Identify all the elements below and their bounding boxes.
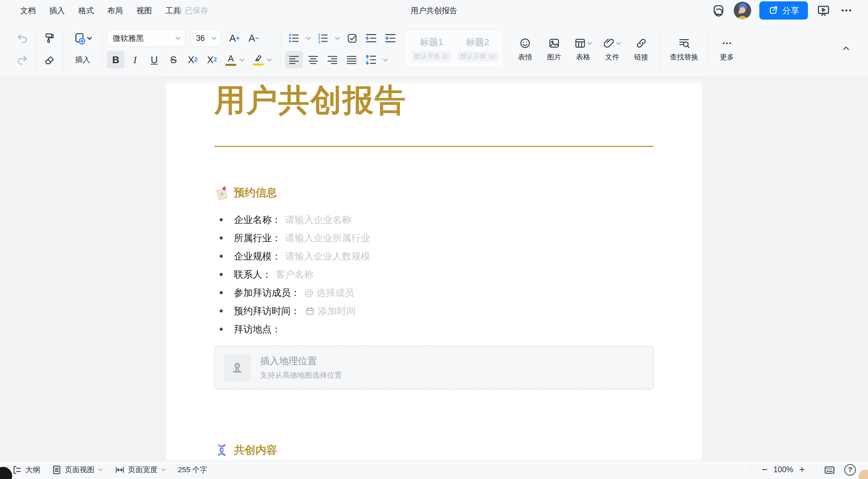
- bullet-list-icon: [288, 32, 300, 45]
- chevron-up-icon: [840, 43, 852, 54]
- style-heading1[interactable]: 标题1 默认字体 20: [411, 36, 452, 62]
- bullet-list-button[interactable]: [285, 29, 303, 47]
- font-family-select[interactable]: 微软雅黑: [107, 29, 185, 47]
- field-visit-members[interactable]: 参加拜访成员： @ 选择成员: [214, 284, 654, 302]
- field-label: 所属行业：: [234, 232, 281, 245]
- insert-label: 插入: [74, 51, 91, 69]
- font-size-select[interactable]: 36: [190, 29, 221, 47]
- help-button[interactable]: ?: [844, 464, 856, 476]
- align-left-button[interactable]: [285, 51, 303, 69]
- field-company-size[interactable]: 企业规模： 请输入企业人数规模: [214, 247, 654, 266]
- location-icon-tile: [224, 354, 251, 381]
- present-icon[interactable]: [816, 3, 831, 18]
- align-left-icon: [288, 54, 300, 66]
- insert-table-button[interactable]: 表格: [569, 36, 598, 62]
- find-replace-icon: [678, 37, 690, 50]
- line-spacing-icon: [364, 53, 377, 66]
- format-painter-button[interactable]: [41, 29, 58, 47]
- align-justify-button[interactable]: [343, 51, 360, 69]
- highlight-color-button[interactable]: [250, 51, 275, 69]
- superscript-button[interactable]: X2: [203, 51, 221, 69]
- menu-document[interactable]: 文档: [18, 4, 38, 17]
- task-list-button[interactable]: [343, 29, 361, 47]
- zoom-in-button[interactable]: +: [794, 465, 810, 475]
- ellipsis-icon: [721, 37, 733, 50]
- field-industry[interactable]: 所属行业： 请输入企业所属行业: [214, 229, 654, 247]
- page-width-select[interactable]: 页面宽度: [115, 465, 166, 475]
- find-replace-button[interactable]: 查找替换: [666, 36, 703, 62]
- version-history-icon[interactable]: [711, 3, 726, 18]
- zoom-out-button[interactable]: −: [757, 465, 772, 475]
- share-button[interactable]: 分享: [759, 1, 808, 20]
- align-center-button[interactable]: [304, 51, 322, 69]
- menu-view[interactable]: 视图: [134, 4, 154, 17]
- field-label: 拜访地点：: [234, 323, 281, 336]
- save-status-label: 已保存: [185, 5, 208, 16]
- page-width-icon: [115, 465, 125, 475]
- document-title[interactable]: 用户共创报告: [214, 84, 654, 117]
- shortcuts-keyboard-icon[interactable]: [823, 464, 836, 476]
- italic-button[interactable]: I: [126, 51, 144, 69]
- field-label: 企业名称：: [234, 213, 281, 226]
- document-page[interactable]: 用户共创报告 预约信息 企业名称： 请输入企业名称: [166, 78, 702, 460]
- menu-bar: 文档 插入 格式 布局 视图 工具 已保存 用户共创报告: [0, 0, 868, 21]
- menu-layout[interactable]: 布局: [105, 4, 125, 17]
- insert-image-button[interactable]: 图片: [540, 36, 569, 62]
- insert-file-button[interactable]: 文件: [598, 36, 627, 62]
- insert-location-box[interactable]: 插入地理位置 支持从高德地图选择位置: [214, 346, 654, 389]
- underline-button[interactable]: U: [145, 51, 163, 69]
- paperclip-icon: [603, 37, 616, 50]
- menu-insert[interactable]: 插入: [47, 4, 67, 17]
- field-label: 企业规模：: [234, 250, 281, 263]
- insert-link-button[interactable]: 链接: [627, 36, 656, 62]
- field-placeholder: 请输入企业所属行业: [285, 232, 370, 245]
- field-visit-time[interactable]: 预约拜访时间： 添加时间: [214, 302, 654, 320]
- clear-format-button[interactable]: [41, 51, 58, 69]
- insert-object-button[interactable]: [68, 29, 97, 47]
- save-status: 已保存: [173, 0, 208, 21]
- insert-emoji-button[interactable]: 表情: [511, 36, 540, 62]
- decrease-indent-button[interactable]: [362, 29, 380, 47]
- more-menu-icon[interactable]: [839, 3, 854, 18]
- toolbar-more-button[interactable]: 更多: [712, 36, 741, 62]
- page-view-icon: [52, 465, 62, 475]
- section-heading-content[interactable]: 共创内容: [214, 443, 654, 458]
- chevron-down-icon: [211, 35, 217, 41]
- numbered-list-options[interactable]: [333, 29, 342, 47]
- bullet-list-options[interactable]: [304, 29, 313, 47]
- decrease-font-button[interactable]: A−: [245, 29, 263, 47]
- redo-button[interactable]: [13, 51, 31, 69]
- increase-indent-button[interactable]: [382, 29, 399, 47]
- undo-icon: [16, 32, 29, 45]
- field-placeholder: 客户名称: [276, 268, 314, 281]
- page-view-select[interactable]: 页面视图: [52, 465, 103, 475]
- text-styles-panel: 标题1 默认字体 20 标题2 默认字体 16: [405, 30, 504, 68]
- user-avatar[interactable]: [734, 2, 751, 19]
- location-box-subtitle: 支持从高德地图选择位置: [260, 370, 342, 380]
- svg-text:2: 2: [318, 36, 320, 40]
- chevron-down-icon: [86, 35, 92, 41]
- field-company-name[interactable]: 企业名称： 请输入企业名称: [214, 211, 654, 229]
- field-visit-location[interactable]: 拜访地点：: [214, 320, 654, 338]
- chevron-down-icon: [266, 57, 272, 63]
- chevron-down-icon: [161, 467, 166, 473]
- time-placeholder: 添加时间: [318, 305, 356, 318]
- align-right-button[interactable]: [324, 51, 341, 69]
- numbered-list-icon: 123: [317, 32, 329, 45]
- section-heading-booking[interactable]: 预约信息: [214, 185, 654, 200]
- subscript-button[interactable]: X2: [184, 51, 201, 69]
- field-label: 联系人：: [234, 268, 272, 281]
- increase-font-button[interactable]: A+: [226, 29, 243, 47]
- numbered-list-button[interactable]: 123: [314, 29, 332, 47]
- undo-button[interactable]: [13, 29, 31, 47]
- strikethrough-button[interactable]: S: [165, 51, 182, 69]
- style-heading2[interactable]: 标题2 默认字体 16: [457, 36, 498, 62]
- collapse-toolbar-button[interactable]: [840, 43, 852, 55]
- line-spacing-button[interactable]: [362, 51, 380, 69]
- bold-button[interactable]: B: [107, 51, 125, 69]
- outline-toggle[interactable]: 大纲: [12, 465, 40, 475]
- menu-format[interactable]: 格式: [76, 4, 96, 17]
- field-contact[interactable]: 联系人： 客户名称: [214, 266, 654, 284]
- line-spacing-options[interactable]: [381, 51, 389, 69]
- text-color-button[interactable]: A: [222, 51, 248, 69]
